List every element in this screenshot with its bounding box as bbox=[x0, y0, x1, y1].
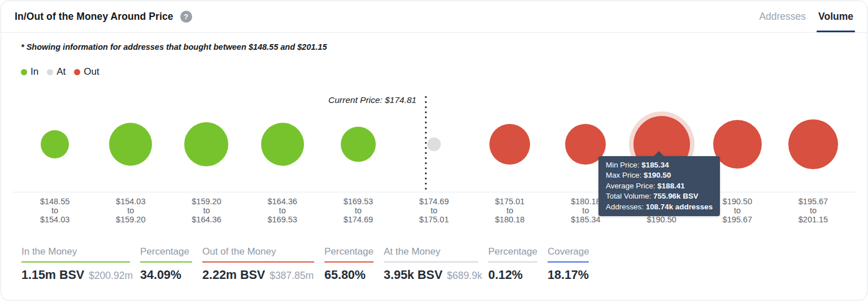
tooltip-value: 108.74k addresses bbox=[646, 203, 713, 211]
price-range-line: $175.01 bbox=[472, 197, 548, 206]
in-out-money-card: In/Out of the Money Around Price ? Addre… bbox=[1, 1, 867, 300]
range-note: * Showing information for addresses that… bbox=[21, 42, 327, 51]
tooltip-row: Total Volume: 755.96k BSV bbox=[606, 191, 713, 201]
tooltip-label: Addresses: bbox=[606, 203, 646, 211]
price-range-line: to bbox=[775, 206, 851, 215]
stat-value-secondary: $689.9k bbox=[447, 270, 482, 282]
tab-addresses-label: Addresses bbox=[759, 11, 806, 23]
at-legend-dot-icon bbox=[47, 69, 53, 75]
tooltip-value: 755.96k BSV bbox=[653, 192, 698, 200]
legend: InAtOut bbox=[21, 66, 99, 78]
active-tab-underline bbox=[817, 31, 855, 32]
price-range-line: $164.36 bbox=[168, 215, 244, 224]
x-axis-labels: $148.55to$154.03$154.03to$159.20$159.20t… bbox=[17, 197, 851, 224]
legend-label: In bbox=[31, 66, 38, 78]
price-range-line: $169.53 bbox=[245, 215, 320, 224]
tooltip-row: Max Price: $190.50 bbox=[606, 170, 713, 180]
stat-value: 2.22m BSV$387.85m bbox=[202, 268, 314, 282]
x-axis-line bbox=[12, 192, 856, 192]
bubble-tooltip: Min Price: $185.34Max Price: $190.50Aver… bbox=[598, 156, 720, 216]
volume-bubble-out[interactable] bbox=[489, 124, 530, 165]
page-title: In/Out of the Money Around Price bbox=[15, 11, 173, 23]
price-range-line: to bbox=[396, 206, 472, 215]
stat-in-the-money-0: In the Money1.15m BSV$200.92m bbox=[21, 246, 130, 282]
out-legend-dot-icon bbox=[74, 69, 80, 75]
legend-label: Out bbox=[84, 66, 99, 78]
price-bucket bbox=[472, 92, 548, 192]
tooltip-label: Average Price: bbox=[606, 182, 657, 190]
legend-label: At bbox=[57, 66, 66, 78]
volume-bubble-in[interactable] bbox=[184, 122, 228, 166]
volume-bubble-in[interactable] bbox=[41, 130, 69, 158]
help-icon[interactable]: ? bbox=[180, 11, 192, 23]
volume-bubble-in[interactable] bbox=[109, 123, 152, 166]
price-range-line: to bbox=[93, 206, 168, 215]
stat-value: 65.80% bbox=[324, 268, 374, 282]
tooltip-label: Max Price: bbox=[606, 171, 644, 179]
tooltip-value: $190.50 bbox=[644, 171, 671, 179]
stats-row: In the Money1.15m BSV$200.92mPercentage3… bbox=[21, 246, 589, 282]
stat-value-main: 3.95k BSV bbox=[384, 268, 442, 282]
stat-value-main: 0.12% bbox=[488, 268, 523, 282]
price-range-line: $159.20 bbox=[93, 215, 168, 224]
price-range-line: to bbox=[245, 206, 320, 215]
stat-value-main: 65.80% bbox=[324, 268, 366, 282]
stat-value: 0.12% bbox=[488, 268, 537, 282]
in-legend-dot-icon bbox=[21, 69, 27, 75]
volume-bubble-in[interactable] bbox=[341, 127, 376, 162]
price-range-line: $154.03 bbox=[17, 215, 93, 224]
volume-bubble-out[interactable] bbox=[713, 120, 762, 169]
price-range-line: $175.01 bbox=[396, 215, 472, 224]
tooltip-row: Min Price: $185.34 bbox=[606, 160, 713, 170]
price-bucket bbox=[93, 92, 168, 192]
stat-value: 18.17% bbox=[548, 268, 589, 282]
price-range-line: to bbox=[17, 206, 93, 215]
stat-coverage-6: Coverage18.17% bbox=[548, 246, 589, 282]
stat-label: Percentage bbox=[140, 246, 192, 263]
stat-label: Coverage bbox=[548, 246, 589, 263]
price-range-line: $169.53 bbox=[320, 197, 396, 206]
price-range-line: to bbox=[320, 206, 396, 215]
price-range-label: $174.69to$175.01 bbox=[396, 197, 472, 224]
price-range-label: $169.53to$174.69 bbox=[320, 197, 396, 224]
stat-value-main: 18.17% bbox=[548, 268, 589, 282]
stat-value: 3.95k BSV$689.9k bbox=[384, 268, 478, 282]
price-range-label: $164.36to$169.53 bbox=[245, 197, 320, 224]
price-range-line: $190.50 bbox=[624, 215, 700, 224]
price-range-label: $148.55to$154.03 bbox=[17, 197, 93, 224]
tab-volume[interactable]: Volume bbox=[818, 1, 853, 32]
price-range-line: to bbox=[472, 206, 548, 215]
price-bucket bbox=[396, 92, 472, 192]
price-range-line: $159.20 bbox=[168, 197, 244, 206]
price-range-line: $174.69 bbox=[396, 197, 472, 206]
price-range-line: $195.67 bbox=[775, 197, 851, 206]
stat-value-main: 1.15m BSV bbox=[21, 268, 84, 282]
stat-label: At the Money bbox=[384, 246, 478, 263]
stat-value: 34.09% bbox=[140, 268, 192, 282]
price-range-label: $195.67to$201.15 bbox=[775, 197, 851, 224]
price-range-line: $164.36 bbox=[245, 197, 320, 206]
stat-at-the-money-4: At the Money3.95k BSV$689.9k bbox=[384, 246, 478, 282]
tooltip-value: $188.41 bbox=[657, 182, 684, 190]
tooltip-value: $185.34 bbox=[641, 161, 669, 169]
legend-item-out: Out bbox=[74, 66, 99, 78]
price-range-line: $201.15 bbox=[775, 215, 851, 224]
stat-label: Percentage bbox=[488, 246, 537, 263]
stat-label: Out of the Money bbox=[202, 246, 314, 263]
bubble-chart bbox=[17, 92, 851, 192]
stat-value-secondary: $387.85m bbox=[270, 270, 314, 282]
volume-bubble-in[interactable] bbox=[261, 123, 304, 166]
tab-addresses[interactable]: Addresses bbox=[759, 1, 806, 32]
card-header: In/Out of the Money Around Price ? Addre… bbox=[1, 1, 867, 33]
stat-value-main: 34.09% bbox=[140, 268, 181, 282]
volume-bubble-out[interactable] bbox=[788, 119, 838, 169]
price-range-label: $175.01to$180.18 bbox=[472, 197, 548, 224]
price-range-line: $154.03 bbox=[93, 197, 168, 206]
price-range-line: $174.69 bbox=[320, 215, 396, 224]
price-range-line: $148.55 bbox=[17, 197, 93, 206]
price-range-label: $159.20to$164.36 bbox=[168, 197, 244, 224]
price-bucket bbox=[320, 92, 396, 192]
price-bucket bbox=[245, 92, 320, 192]
volume-bubble-at[interactable] bbox=[427, 137, 441, 151]
stat-label: Percentage bbox=[324, 246, 374, 263]
